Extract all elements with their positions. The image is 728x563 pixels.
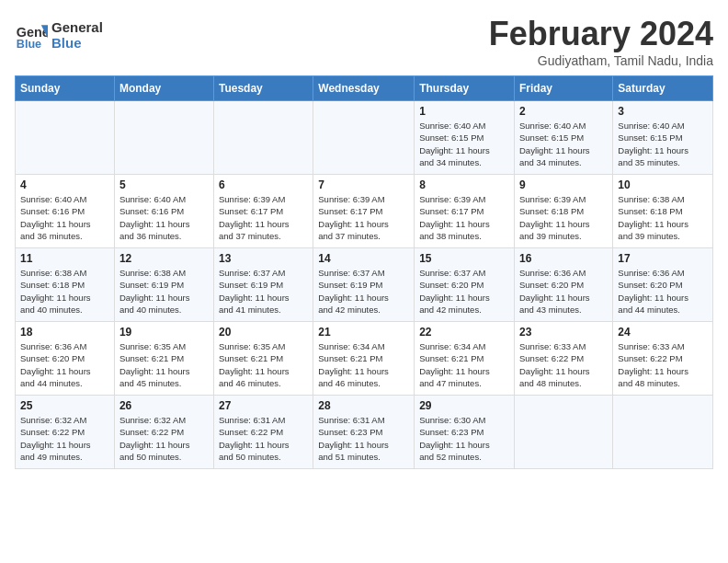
day-info: Sunrise: 6:40 AMSunset: 6:15 PMDaylight:… bbox=[618, 120, 708, 168]
svg-text:Blue: Blue bbox=[17, 38, 41, 51]
day-info: Sunrise: 6:39 AMSunset: 6:18 PMDaylight:… bbox=[519, 193, 608, 242]
day-number: 10 bbox=[618, 178, 708, 191]
day-info: Sunrise: 6:39 AMSunset: 6:17 PMDaylight:… bbox=[419, 193, 509, 242]
day-number: 23 bbox=[519, 326, 608, 339]
day-info: Sunrise: 6:40 AMSunset: 6:15 PMDaylight:… bbox=[419, 120, 509, 168]
calendar-cell bbox=[213, 101, 313, 175]
calendar-cell: 7Sunrise: 6:39 AMSunset: 6:17 PMDaylight… bbox=[313, 175, 415, 248]
weekday-header-saturday: Saturday bbox=[613, 76, 713, 101]
day-info: Sunrise: 6:38 AMSunset: 6:18 PMDaylight:… bbox=[20, 267, 109, 316]
calendar-cell: 29Sunrise: 6:30 AMSunset: 6:23 PMDayligh… bbox=[415, 396, 515, 469]
calendar-cell bbox=[16, 101, 115, 175]
day-number: 27 bbox=[219, 399, 308, 412]
day-info: Sunrise: 6:36 AMSunset: 6:20 PMDaylight:… bbox=[519, 267, 608, 316]
calendar-cell: 23Sunrise: 6:33 AMSunset: 6:22 PMDayligh… bbox=[515, 322, 613, 396]
calendar-cell: 13Sunrise: 6:37 AMSunset: 6:19 PMDayligh… bbox=[213, 248, 313, 322]
day-number: 20 bbox=[219, 326, 308, 339]
weekday-header-monday: Monday bbox=[114, 76, 213, 101]
calendar-cell bbox=[313, 101, 415, 175]
month-title: February 2024 bbox=[489, 15, 713, 53]
day-number: 15 bbox=[419, 252, 509, 265]
calendar-body: 1Sunrise: 6:40 AMSunset: 6:15 PMDaylight… bbox=[16, 101, 713, 469]
calendar-cell: 2Sunrise: 6:40 AMSunset: 6:15 PMDaylight… bbox=[515, 101, 613, 175]
logo-general: General bbox=[51, 19, 103, 35]
calendar-week-2: 4Sunrise: 6:40 AMSunset: 6:16 PMDaylight… bbox=[16, 175, 713, 248]
day-number: 21 bbox=[318, 326, 409, 339]
title-area: February 2024 Gudiyatham, Tamil Nadu, In… bbox=[489, 15, 713, 68]
day-number: 22 bbox=[419, 326, 509, 339]
day-info: Sunrise: 6:33 AMSunset: 6:22 PMDaylight:… bbox=[519, 340, 608, 389]
calendar-cell: 10Sunrise: 6:38 AMSunset: 6:18 PMDayligh… bbox=[613, 175, 713, 248]
day-number: 4 bbox=[20, 178, 109, 191]
day-info: Sunrise: 6:34 AMSunset: 6:21 PMDaylight:… bbox=[318, 340, 409, 389]
calendar-cell: 20Sunrise: 6:35 AMSunset: 6:21 PMDayligh… bbox=[213, 322, 313, 396]
day-info: Sunrise: 6:35 AMSunset: 6:21 PMDaylight:… bbox=[119, 340, 209, 389]
weekday-header-sunday: Sunday bbox=[16, 76, 115, 101]
day-info: Sunrise: 6:39 AMSunset: 6:17 PMDaylight:… bbox=[318, 193, 409, 242]
calendar-cell: 27Sunrise: 6:31 AMSunset: 6:22 PMDayligh… bbox=[213, 396, 313, 469]
weekday-header-row: SundayMondayTuesdayWednesdayThursdayFrid… bbox=[16, 76, 713, 101]
day-info: Sunrise: 6:31 AMSunset: 6:23 PMDaylight:… bbox=[318, 414, 409, 463]
day-number: 1 bbox=[419, 105, 509, 118]
day-info: Sunrise: 6:32 AMSunset: 6:22 PMDaylight:… bbox=[119, 414, 209, 463]
calendar-cell: 22Sunrise: 6:34 AMSunset: 6:21 PMDayligh… bbox=[415, 322, 515, 396]
day-info: Sunrise: 6:30 AMSunset: 6:23 PMDaylight:… bbox=[419, 414, 509, 463]
calendar-cell: 5Sunrise: 6:40 AMSunset: 6:16 PMDaylight… bbox=[114, 175, 213, 248]
calendar-cell bbox=[515, 396, 613, 469]
location: Gudiyatham, Tamil Nadu, India bbox=[489, 53, 713, 68]
day-info: Sunrise: 6:38 AMSunset: 6:18 PMDaylight:… bbox=[618, 193, 708, 242]
weekday-header-wednesday: Wednesday bbox=[313, 76, 415, 101]
day-info: Sunrise: 6:35 AMSunset: 6:21 PMDaylight:… bbox=[219, 340, 308, 389]
weekday-header-friday: Friday bbox=[515, 76, 613, 101]
day-info: Sunrise: 6:37 AMSunset: 6:20 PMDaylight:… bbox=[419, 267, 509, 316]
day-info: Sunrise: 6:36 AMSunset: 6:20 PMDaylight:… bbox=[618, 267, 708, 316]
calendar-cell: 24Sunrise: 6:33 AMSunset: 6:22 PMDayligh… bbox=[613, 322, 713, 396]
calendar-cell: 17Sunrise: 6:36 AMSunset: 6:20 PMDayligh… bbox=[613, 248, 713, 322]
calendar-cell: 3Sunrise: 6:40 AMSunset: 6:15 PMDaylight… bbox=[613, 101, 713, 175]
header: General Blue General Blue February 2024 … bbox=[15, 15, 713, 68]
day-number: 5 bbox=[119, 178, 209, 191]
day-number: 16 bbox=[519, 252, 608, 265]
day-number: 6 bbox=[219, 178, 308, 191]
calendar-cell: 25Sunrise: 6:32 AMSunset: 6:22 PMDayligh… bbox=[16, 396, 115, 469]
day-number: 14 bbox=[318, 252, 409, 265]
calendar-cell bbox=[114, 101, 213, 175]
day-info: Sunrise: 6:37 AMSunset: 6:19 PMDaylight:… bbox=[219, 267, 308, 316]
day-info: Sunrise: 6:34 AMSunset: 6:21 PMDaylight:… bbox=[419, 340, 509, 389]
calendar-cell: 19Sunrise: 6:35 AMSunset: 6:21 PMDayligh… bbox=[114, 322, 213, 396]
calendar-week-5: 25Sunrise: 6:32 AMSunset: 6:22 PMDayligh… bbox=[16, 396, 713, 469]
calendar-cell: 4Sunrise: 6:40 AMSunset: 6:16 PMDaylight… bbox=[16, 175, 115, 248]
calendar-week-3: 11Sunrise: 6:38 AMSunset: 6:18 PMDayligh… bbox=[16, 248, 713, 322]
day-info: Sunrise: 6:36 AMSunset: 6:20 PMDaylight:… bbox=[20, 340, 109, 389]
calendar-cell: 21Sunrise: 6:34 AMSunset: 6:21 PMDayligh… bbox=[313, 322, 415, 396]
calendar-cell: 12Sunrise: 6:38 AMSunset: 6:19 PMDayligh… bbox=[114, 248, 213, 322]
day-number: 11 bbox=[20, 252, 109, 265]
day-info: Sunrise: 6:39 AMSunset: 6:17 PMDaylight:… bbox=[219, 193, 308, 242]
calendar-cell: 1Sunrise: 6:40 AMSunset: 6:15 PMDaylight… bbox=[415, 101, 515, 175]
day-number: 9 bbox=[519, 178, 608, 191]
day-number: 26 bbox=[119, 399, 209, 412]
day-info: Sunrise: 6:33 AMSunset: 6:22 PMDaylight:… bbox=[618, 340, 708, 389]
weekday-header-thursday: Thursday bbox=[415, 76, 515, 101]
calendar-week-1: 1Sunrise: 6:40 AMSunset: 6:15 PMDaylight… bbox=[16, 101, 713, 175]
day-number: 17 bbox=[618, 252, 708, 265]
calendar-cell: 26Sunrise: 6:32 AMSunset: 6:22 PMDayligh… bbox=[114, 396, 213, 469]
calendar-week-4: 18Sunrise: 6:36 AMSunset: 6:20 PMDayligh… bbox=[16, 322, 713, 396]
day-number: 3 bbox=[618, 105, 708, 118]
day-number: 28 bbox=[318, 399, 409, 412]
calendar-cell: 28Sunrise: 6:31 AMSunset: 6:23 PMDayligh… bbox=[313, 396, 415, 469]
day-number: 8 bbox=[419, 178, 509, 191]
calendar-cell: 18Sunrise: 6:36 AMSunset: 6:20 PMDayligh… bbox=[16, 322, 115, 396]
calendar-cell: 11Sunrise: 6:38 AMSunset: 6:18 PMDayligh… bbox=[16, 248, 115, 322]
day-info: Sunrise: 6:32 AMSunset: 6:22 PMDaylight:… bbox=[20, 414, 109, 463]
calendar-cell: 16Sunrise: 6:36 AMSunset: 6:20 PMDayligh… bbox=[515, 248, 613, 322]
day-number: 13 bbox=[219, 252, 308, 265]
calendar-cell: 15Sunrise: 6:37 AMSunset: 6:20 PMDayligh… bbox=[415, 248, 515, 322]
weekday-header-tuesday: Tuesday bbox=[213, 76, 313, 101]
calendar-table: SundayMondayTuesdayWednesdayThursdayFrid… bbox=[15, 75, 713, 469]
logo: General Blue General Blue bbox=[15, 18, 103, 52]
logo-icon: General Blue bbox=[15, 18, 48, 52]
day-info: Sunrise: 6:31 AMSunset: 6:22 PMDaylight:… bbox=[219, 414, 308, 463]
calendar-cell: 9Sunrise: 6:39 AMSunset: 6:18 PMDaylight… bbox=[515, 175, 613, 248]
day-info: Sunrise: 6:40 AMSunset: 6:15 PMDaylight:… bbox=[519, 120, 608, 168]
